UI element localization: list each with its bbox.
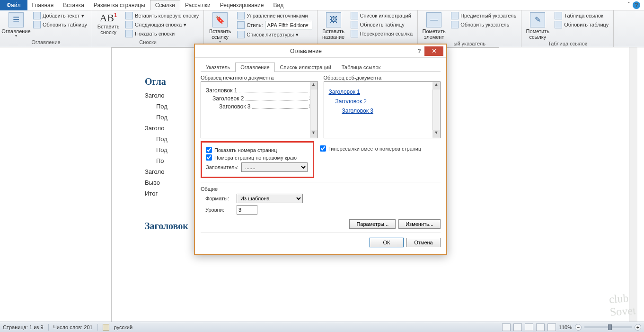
show-footnotes-icon [125,30,133,37]
filler-select[interactable]: ....... [241,162,308,172]
tab-insert[interactable]: Вставка [58,0,89,10]
biblio-icon [237,31,245,38]
view-outline[interactable] [536,323,545,331]
cross-ref-button[interactable]: Перекрестная ссылка [349,29,415,38]
index-icon [451,12,459,19]
vertical-scrollbar[interactable] [629,47,637,322]
mark-entry-icon: — [426,12,441,27]
dlg-tab-toc[interactable]: Оглавление [235,63,274,72]
toa-icon [555,12,562,19]
dlg-tab-index[interactable]: Указатель [201,63,235,72]
update-toa-button[interactable]: Обновить таблицу [553,20,610,29]
group-toa-label: Таблица ссылок [524,41,610,47]
options-button[interactable]: Параметры... [349,219,396,229]
insert-endnote-button[interactable]: Вставить концевую сноску [124,11,201,20]
zoom-out-button[interactable]: − [575,324,582,331]
minimize-ribbon-icon[interactable]: ˇ [628,1,630,9]
chk-right-align-numbers[interactable] [206,154,212,161]
tab-references[interactable]: Ссылки [150,0,180,10]
levels-label: Уровни: [205,207,234,213]
dialog-help-button[interactable]: ? [414,48,424,54]
sources-icon [237,12,245,19]
mark-entry-button[interactable]: — Пометить элемент [421,11,447,41]
proofing-icon[interactable] [103,324,109,331]
insert-citation-button[interactable]: 🔖 Вставить ссылку▾ [207,11,233,45]
add-text-button[interactable]: Добавить текст ▾ [31,11,89,20]
crossref-icon [351,30,358,37]
ok-button[interactable]: ОК [370,238,404,247]
tab-layout[interactable]: Разметка страницы [89,0,150,10]
footnote-icon: AB1 [99,12,117,24]
show-footnotes-button[interactable]: Показать сноски [124,29,201,38]
cancel-button[interactable]: Отмена [406,238,441,247]
insert-toa-button[interactable]: Таблица ссылок [553,11,610,20]
scroll-up-icon[interactable]: ▲ [310,82,318,90]
chk-hyperlinks[interactable] [320,145,326,152]
modify-button[interactable]: Изменить... [398,219,441,229]
status-language[interactable]: русский [114,324,132,330]
view-draft[interactable] [547,323,556,331]
web-preview-link[interactable]: Заголовок 2 [329,98,436,105]
dialog-title: Оглавление [198,48,414,54]
caption-icon: 🖼 [326,12,341,27]
web-preview-link[interactable]: Заголовок 1 [329,89,436,95]
toc-icon: ☰ [9,12,24,27]
zoom-in-button[interactable]: + [635,324,641,331]
status-word-count[interactable]: Число слов: 201 [53,324,93,330]
style-icon [237,21,245,29]
zoom-slider[interactable] [584,326,632,328]
update-toc-button[interactable]: Обновить таблицу [31,20,89,29]
insert-index-button[interactable]: Предметный указатель [449,11,518,20]
levels-spinner[interactable] [237,205,257,215]
print-preview-label: Образец печатного документа [201,75,318,81]
add-text-icon [33,12,41,19]
manage-sources-button[interactable]: Управление источниками [235,11,314,20]
menu-tabs: Файл Главная Вставка Разметка страницы С… [0,0,644,10]
update-index-button[interactable]: Обновить указатель [449,20,518,29]
group-footnotes-label: Сноски [95,39,201,46]
web-preview-link[interactable]: Заголовок 3 [329,108,436,114]
chk-show-page-numbers[interactable] [206,147,212,153]
tab-review[interactable]: Рецензирование [215,0,269,10]
view-print-layout[interactable] [502,323,511,331]
ribbon: ☰ Оглавление▾ Добавить текст ▾ Обновить … [0,10,644,47]
tab-home[interactable]: Главная [27,0,59,10]
next-footnote-button[interactable]: Следующая сноска ▾ [124,20,201,29]
formats-select[interactable]: Из шаблона [237,194,303,203]
toc-button[interactable]: ☰ Оглавление▾ [3,11,29,39]
view-web-layout[interactable] [525,323,533,331]
formats-label: Форматы: [205,196,234,201]
refresh-icon [451,21,459,28]
help-icon[interactable]: ? [633,1,640,9]
bibliography-button[interactable]: Список литературы ▾ [235,30,314,39]
refresh-icon [555,21,562,28]
web-preview: Заголовок 1 Заголовок 2 Заголовок 3 ▲▼ [324,81,441,138]
mark-citation-button[interactable]: ✎ Пометить ссылку [524,11,551,41]
dialog-close-button[interactable]: ✕ [424,46,443,56]
dlg-tab-figures[interactable]: Список иллюстраций [275,63,336,72]
scroll-down-icon[interactable]: ▼ [432,130,440,138]
status-page[interactable]: Страница: 1 из 9 [3,324,44,330]
dlg-tab-toa[interactable]: Таблица ссылок [336,63,386,72]
web-preview-label: Образец веб-документа [324,75,441,81]
tab-view[interactable]: Вид [268,0,288,10]
insert-footnote-button[interactable]: AB1 Вставить сноску [95,11,122,36]
next-footnote-icon [125,21,133,28]
citation-style-combo[interactable]: Стиль: APA Fifth Edition ▾ [235,20,314,30]
toc-dialog: Оглавление ? ✕ Указатель Оглавление Спис… [194,44,447,255]
tab-mailings[interactable]: Рассылки [180,0,215,10]
tab-file[interactable]: Файл [0,0,27,10]
refresh-icon [351,21,358,28]
endnote-icon [125,12,133,19]
list-figures-button[interactable]: Список иллюстраций [349,11,415,20]
filler-label: Заполнитель: [206,164,238,170]
scroll-down-icon[interactable]: ▼ [310,130,318,138]
insert-caption-button[interactable]: 🖼 Вставить название [320,11,347,41]
zoom-level[interactable]: 110% [559,324,572,330]
mark-citation-icon: ✎ [530,12,545,27]
scroll-up-icon[interactable]: ▲ [432,82,440,90]
refresh-icon [33,21,41,28]
view-full-screen[interactable] [513,323,522,331]
group-toc-label: Оглавление [3,39,89,46]
update-captions-button[interactable]: Обновить таблицу [349,20,415,29]
